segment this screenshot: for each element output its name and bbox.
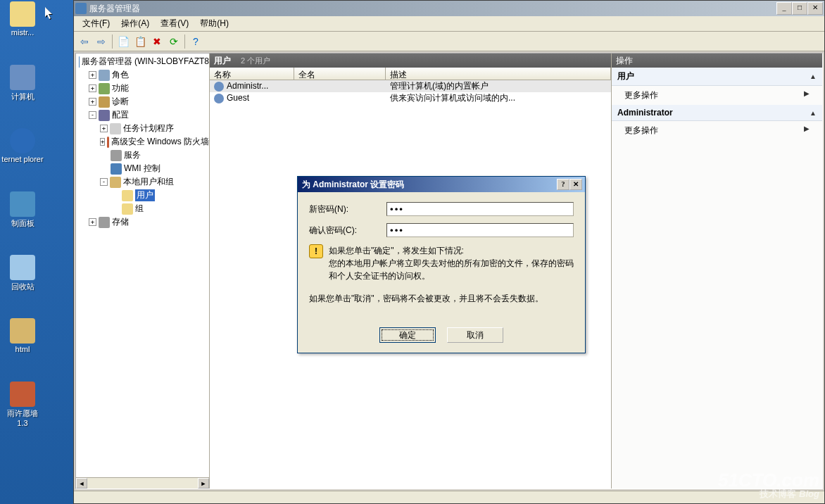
tree-roles[interactable]: +角色 xyxy=(76,68,209,82)
tree-features[interactable]: +功能 xyxy=(76,82,209,95)
submenu-icon: ▶ xyxy=(804,125,810,137)
properties-button[interactable]: 📋 xyxy=(132,34,148,49)
status-bar xyxy=(74,491,824,503)
desktop-icon-control-panel[interactable]: 制面板 xyxy=(1,191,44,229)
tree-groups[interactable]: 组 xyxy=(76,202,209,215)
watermark: 51CTO.com 技术博客 Blog xyxy=(718,471,819,498)
toolbar-separator xyxy=(112,34,113,49)
desktop-icon-html[interactable]: html xyxy=(1,318,44,353)
desktop-icon-app[interactable]: 雨许愿墙 1.3 xyxy=(1,382,44,427)
list-title-bar: 用户 2 个用户 xyxy=(210,53,611,68)
tree-task-scheduler[interactable]: +任务计划程序 xyxy=(76,122,209,135)
collapse-icon: ▲ xyxy=(810,73,817,80)
info-text: 如果您单击"取消"，密码将不会被更改，并且将不会丢失数据。 xyxy=(309,292,574,305)
close-button[interactable]: ✕ xyxy=(807,2,823,15)
app-icon xyxy=(75,3,87,14)
ok-button[interactable]: 确定 xyxy=(379,327,436,343)
action-more-admin[interactable]: 更多操作▶ xyxy=(612,121,822,140)
confirm-password-input[interactable] xyxy=(386,223,574,237)
dialog-help-button[interactable]: ? xyxy=(557,179,569,190)
tree-panel[interactable]: 服务器管理器 (WIN-3LOBYFAZT8 +角色 +功能 +诊断 -配置 +… xyxy=(76,53,210,489)
label-new-password: 新密码(N): xyxy=(309,203,386,215)
tree-root[interactable]: 服务器管理器 (WIN-3LOBYFAZT8 xyxy=(76,55,209,68)
toolbar-separator xyxy=(184,34,185,49)
maximize-button[interactable]: □ xyxy=(792,2,807,15)
tree-hscroll[interactable]: ◄► xyxy=(76,477,209,489)
warning-icon: ! xyxy=(309,244,323,258)
desktop-icon-folder[interactable]: mistr... xyxy=(1,1,44,37)
user-row-administrator[interactable]: Administr... 管理计算机(域)的内置帐户 xyxy=(210,80,611,92)
tree-firewall[interactable]: +高级安全 Windows 防火墙 xyxy=(76,135,209,149)
title-bar[interactable]: 服务器管理器 _ □ ✕ xyxy=(74,1,824,16)
user-icon xyxy=(214,94,224,103)
toolbar: ⇦ ⇨ 📄 📋 ✖ ⟳ ? xyxy=(74,32,824,51)
user-icon xyxy=(214,82,224,92)
back-button[interactable]: ⇦ xyxy=(77,34,92,49)
forward-button[interactable]: ⇨ xyxy=(94,34,109,49)
menu-file[interactable]: 文件(F) xyxy=(77,16,115,31)
warning-text: 如果您单击"确定"，将发生如下情况: 您的本地用户帐户将立即失去对他的所有加密的… xyxy=(329,244,574,282)
delete-button[interactable]: ✖ xyxy=(149,34,165,49)
up-button[interactable]: 📄 xyxy=(115,34,131,49)
desktop-icon-computer[interactable]: 计算机 xyxy=(1,65,44,102)
actions-section-admin[interactable]: Administrator▲ xyxy=(612,105,822,121)
set-password-dialog: 为 Administrator 设置密码 ? ✕ 新密码(N): 确认密码(C)… xyxy=(297,176,586,353)
desktop-icon-recycle-bin[interactable]: 回收站 xyxy=(1,255,44,292)
tree-users[interactable]: 用户 xyxy=(76,189,209,202)
svg-marker-0 xyxy=(45,7,52,19)
menu-view[interactable]: 查看(V) xyxy=(155,16,194,31)
tree-diagnostics[interactable]: +诊断 xyxy=(76,95,209,108)
actions-header: 操作 xyxy=(612,53,822,68)
submenu-icon: ▶ xyxy=(804,89,810,101)
list-header: 名称 全名 描述 xyxy=(210,68,611,80)
dialog-title-bar[interactable]: 为 Administrator 设置密码 ? ✕ xyxy=(298,177,585,192)
tree-config[interactable]: -配置 xyxy=(76,108,209,122)
window-title: 服务器管理器 xyxy=(87,3,776,15)
help-button[interactable]: ? xyxy=(188,34,203,49)
tree-local-users-groups[interactable]: -本地用户和组 xyxy=(76,175,209,189)
user-row-guest[interactable]: Guest 供来宾访问计算机或访问域的内... xyxy=(210,92,611,104)
new-password-input[interactable] xyxy=(386,202,574,216)
list-subtitle: 2 个用户 xyxy=(241,56,270,66)
tree-wmi[interactable]: WMI 控制 xyxy=(76,162,209,175)
refresh-button[interactable]: ⟳ xyxy=(166,34,182,49)
menu-bar: 文件(F) 操作(A) 查看(V) 帮助(H) xyxy=(74,16,824,32)
desktop-icon-ie[interactable]: ternet plorer xyxy=(1,128,44,163)
minimize-button[interactable]: _ xyxy=(776,2,792,15)
cancel-button[interactable]: 取消 xyxy=(447,327,503,343)
dialog-title: 为 Administrator 设置密码 xyxy=(301,179,557,191)
col-fullname[interactable]: 全名 xyxy=(294,68,386,80)
tree-storage[interactable]: +存储 xyxy=(76,215,209,229)
actions-panel: 操作 用户▲ 更多操作▶ Administrator▲ 更多操作▶ xyxy=(611,53,822,489)
menu-action[interactable]: 操作(A) xyxy=(115,16,155,31)
collapse-icon: ▲ xyxy=(810,109,817,117)
actions-section-users[interactable]: 用户▲ xyxy=(612,68,822,86)
label-confirm-password: 确认密码(C): xyxy=(309,225,386,237)
col-name[interactable]: 名称 xyxy=(210,68,294,80)
menu-help[interactable]: 帮助(H) xyxy=(194,16,234,31)
tree-services[interactable]: 服务 xyxy=(76,149,209,162)
action-more-users[interactable]: 更多操作▶ xyxy=(612,86,822,105)
list-title: 用户 xyxy=(214,55,231,67)
cursor-icon xyxy=(45,7,53,20)
col-desc[interactable]: 描述 xyxy=(386,68,611,80)
dialog-close-button[interactable]: ✕ xyxy=(569,179,582,190)
